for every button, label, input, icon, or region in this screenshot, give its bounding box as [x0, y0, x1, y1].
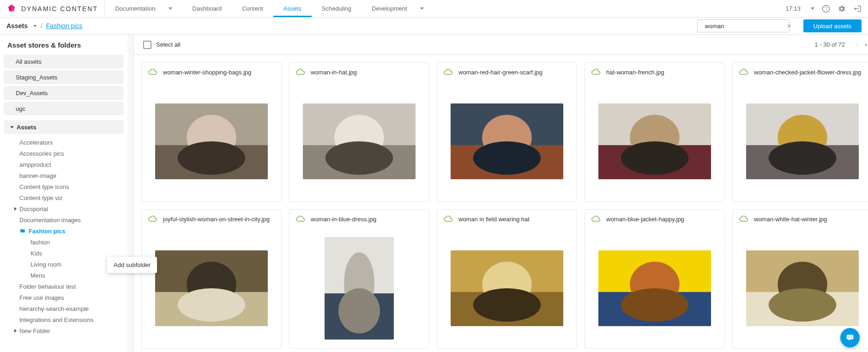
asset-card[interactable]: woman-checked-jacket-fllower-dress.jpg: [732, 62, 868, 202]
search-input[interactable]: [705, 23, 783, 30]
folder-integrations-and-extensions[interactable]: Integrations and Extensions: [4, 314, 124, 325]
sidebar-scrollbar[interactable]: [127, 35, 133, 352]
asset-store-ugc[interactable]: ugc: [4, 102, 124, 115]
folder-new-folder[interactable]: New Folder: [4, 325, 124, 336]
folder-hierarchy-search-example[interactable]: hierarchy-search-example: [4, 303, 124, 314]
asset-card[interactable]: hat-woman-french.jpg: [585, 62, 725, 202]
nav-content[interactable]: Content: [232, 0, 273, 17]
asset-thumbnail: [451, 103, 563, 179]
nav-scheduling-label: Scheduling: [322, 5, 351, 12]
asset-grid-wrap: woman-winter-shopping-bags.jpg woman-in-…: [134, 55, 868, 352]
cloud-published-icon: [444, 216, 453, 222]
breadcrumb-current[interactable]: Fashion pics: [46, 22, 83, 30]
folder-free-use-images[interactable]: Free use images: [4, 292, 124, 303]
nav-content-label: Content: [242, 5, 263, 12]
asset-card[interactable]: joyful-stylish-woman-on-street-in-city.j…: [141, 209, 282, 349]
folder-accelerators[interactable]: Accelerators: [4, 137, 124, 148]
folder-label: ampproduct: [19, 161, 51, 168]
asset-name: hat-woman-french.jpg: [606, 69, 718, 76]
folder-content-type-icons[interactable]: Content type icons: [4, 181, 124, 192]
folder-label: Folder behaviour test: [19, 283, 76, 290]
folder-label: Accessories pics: [19, 150, 64, 157]
breadcrumb-root-dropdown-icon[interactable]: [33, 25, 37, 27]
chevron-right-icon: [864, 42, 868, 48]
sidebar-title: Asset stores & folders: [4, 41, 124, 55]
sidebar: Asset stores & folders All assetsStaging…: [0, 35, 134, 352]
asset-name: woman-red-hair-green-scarf.jpg: [458, 69, 570, 76]
svg-point-40: [769, 288, 836, 322]
folder-label: New Folder: [19, 328, 50, 334]
search-clear-button[interactable]: [786, 22, 792, 30]
nav-assets[interactable]: Assets: [273, 0, 312, 17]
folder-accessories-pics[interactable]: Accessories pics: [4, 148, 124, 159]
asset-card[interactable]: woman-winter-shopping-bags.jpg: [141, 62, 282, 202]
pagination-prev[interactable]: [852, 40, 862, 49]
breadcrumb-separator: /: [41, 22, 42, 30]
top-right-controls: 17:13: [785, 5, 868, 13]
folder-folder-behaviour-test[interactable]: Folder behaviour test: [4, 281, 124, 292]
primary-nav: Documentation Dashboard Content Assets S…: [105, 0, 434, 17]
asset-store-list: All assetsStaging_AssetsDev_Assetsugc: [4, 55, 124, 115]
folder-fashion-pics[interactable]: Fashion pics: [4, 225, 124, 237]
asset-card-header: woman-in-hat.jpg: [289, 63, 429, 81]
asset-card[interactable]: woman-red-hair-green-scarf.jpg: [437, 62, 577, 202]
asset-card[interactable]: woman-in-blue-dress.jpg: [289, 209, 429, 349]
folder-banner-image[interactable]: banner-image: [4, 170, 124, 181]
chevron-right-icon: [14, 207, 17, 211]
nav-dashboard[interactable]: Dashboard: [182, 0, 232, 17]
asset-name: woman-in-blue-dress.jpg: [311, 216, 422, 223]
clock-dropdown-icon[interactable]: [811, 7, 814, 10]
chat-fab[interactable]: [840, 328, 860, 347]
asset-thumbnail: [155, 103, 268, 179]
nav-documentation[interactable]: Documentation: [105, 0, 182, 17]
main: Asset stores & folders All assetsStaging…: [0, 35, 868, 352]
pagination-next[interactable]: [862, 40, 868, 49]
help-icon[interactable]: [822, 5, 830, 13]
folder-fashion[interactable]: fashion: [9, 237, 124, 248]
asset-card-header: woman-in-blue-dress.jpg: [289, 210, 429, 228]
asset-card[interactable]: woman-blue-jacket-happy.jpg: [585, 209, 725, 349]
folder-living-room[interactable]: Living room: [9, 259, 124, 270]
select-all[interactable]: Select all: [143, 41, 181, 49]
asset-name: woman-blue-jacket-happy.jpg: [606, 216, 718, 223]
search-box[interactable]: [697, 19, 790, 32]
asset-thumb-wrap: [289, 228, 429, 348]
pagination-info: 1 - 30 of 72: [814, 41, 845, 48]
asset-thumb-wrap: [142, 81, 281, 201]
asset-store-all-assets[interactable]: All assets: [4, 55, 124, 68]
cloud-published-icon: [739, 216, 748, 222]
svg-point-16: [621, 141, 688, 175]
tree-root-assets[interactable]: Assets: [4, 120, 124, 134]
folder-content-type-viz[interactable]: Content type viz: [4, 192, 124, 203]
asset-store-dev-assets[interactable]: Dev_Assets: [4, 86, 124, 100]
folder-mens[interactable]: Mens: [9, 270, 124, 281]
chevron-down-icon: [10, 126, 14, 128]
top-bar: DYNAMIC CONTENT Documentation Dashboard …: [0, 0, 868, 18]
svg-point-12: [473, 141, 541, 175]
asset-thumbnail: [598, 103, 711, 179]
settings-icon[interactable]: [838, 5, 846, 13]
folder-ampproduct[interactable]: ampproduct: [4, 159, 124, 170]
asset-name: joyful-stylish-woman-on-street-in-city.j…: [163, 216, 275, 223]
tree-root-label: Assets: [17, 124, 36, 131]
breadcrumb-root[interactable]: Assets: [6, 22, 28, 30]
upload-assets-button[interactable]: Upload assets: [803, 19, 862, 32]
folder-kids[interactable]: Kids: [9, 248, 124, 259]
nav-development[interactable]: Development: [362, 0, 434, 17]
asset-store-staging-assets[interactable]: Staging_Assets: [4, 70, 124, 84]
select-all-checkbox[interactable]: [143, 41, 151, 49]
asset-card[interactable]: woman in field wearing hat: [437, 209, 577, 349]
asset-card-header: woman-checked-jacket-fllower-dress.jpg: [733, 63, 868, 81]
svg-point-28: [338, 288, 380, 334]
asset-card[interactable]: woman-in-hat.jpg: [289, 62, 429, 202]
asset-thumbnail: [746, 103, 859, 179]
logout-icon[interactable]: [853, 5, 862, 13]
folder-docsportal[interactable]: Docsportal: [4, 203, 124, 214]
chat-icon: [845, 333, 855, 343]
cloud-published-icon: [739, 69, 748, 75]
asset-name: woman-white-hat-winter.jpg: [754, 216, 866, 223]
nav-scheduling[interactable]: Scheduling: [312, 0, 362, 17]
folder-label: Docsportal: [19, 206, 48, 212]
asset-name: woman-in-hat.jpg: [311, 69, 422, 76]
folder-documentation-images[interactable]: Documentation images: [4, 214, 124, 225]
